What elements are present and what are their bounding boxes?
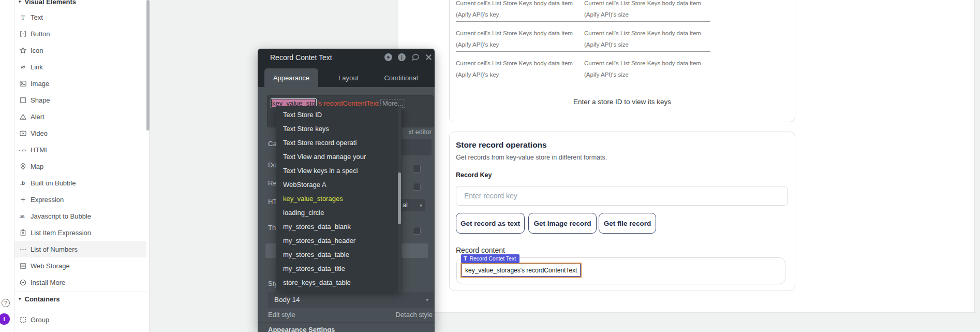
edit-style-link[interactable]: Edit style [268,311,295,319]
sidebar-item-built-on-bubble[interactable]: .b Built on Bubble [14,175,146,191]
field-label-fragment: Ca [268,140,277,148]
sidebar-item-video[interactable]: Video [14,125,146,141]
panel-header[interactable]: Record Contet Text i [258,49,435,66]
card-title: Store record operations [456,140,547,150]
plus-icon [19,195,27,204]
tab-layout[interactable]: Layout [334,68,363,87]
star-icon [19,46,27,54]
dropdown-scrollbar-thumb[interactable] [398,172,401,224]
chevron-down-icon: ▾ [19,296,21,301]
get-image-record-button[interactable]: Get image record [528,213,597,234]
tab-conditional[interactable]: Conditional [380,68,422,87]
panel-title: Record Contet Text [270,53,332,62]
chevron-down-icon: ▾ [420,203,422,208]
sidebar-item-label: Link [31,63,43,71]
dropdown-item[interactable]: Text Store record operati [276,136,402,150]
html-tag-select[interactable]: al ▾ [399,199,425,211]
table-cell-key: Current cell's List Store Keys body data… [456,57,580,80]
table-cell-key: Current cell's List Store Keys body data… [456,0,580,20]
sidebar-item-group[interactable]: Group [14,311,146,328]
dropdown-item[interactable]: my_stores_data_blank [276,220,402,234]
sidebar-item-label: Map [31,163,43,170]
dropdown-item[interactable]: my_stores_data_title [276,262,402,276]
style-select[interactable]: Body 14 ▾ [268,292,434,308]
bubble-icon: .b [19,179,27,187]
sidebar-item-alert[interactable]: Alert [14,108,146,125]
sidebar-item-button[interactable]: Button [14,25,146,42]
shape-icon [19,96,27,104]
sidebar-item-expression[interactable]: Expression [14,191,146,208]
table-cell-size: Current cell's List Store Keys body data… [584,0,708,20]
store-record-operations-card: Store record operations Get records from… [449,132,795,291]
dropdown-item[interactable]: WebStorage A [276,178,402,192]
sidebar-item-map[interactable]: Map [14,158,146,175]
dropdown-item-highlighted[interactable]: key_value_storages [276,192,402,206]
dropdown-item[interactable]: my_stores_data_table [276,248,402,262]
sidebar-scrollbar[interactable] [146,0,150,131]
dropdown-item[interactable]: store_keys_data_table [276,276,402,290]
text-icon: T [19,13,27,21]
help-icon[interactable]: ? [2,299,10,307]
dropdown-item[interactable]: Text Store ID [276,108,402,122]
sidebar-item-javascript-to-bubble[interactable]: JS Javascript to Bubble [14,208,146,224]
info-icon[interactable]: i [397,53,407,62]
appearance-settings-header: Appearance Settings [268,326,335,332]
dots-icon [19,245,27,253]
dropdown-item[interactable]: Text Store keys [276,122,402,136]
section-label: Containers [25,295,60,303]
dropdown-item[interactable]: Text View and manage your [276,150,402,164]
dropdown-item[interactable]: Text View keys in a speci [276,164,402,178]
rich-text-editor-link[interactable]: xt editor [409,128,432,136]
storage-icon [19,262,27,270]
get-record-as-text-button[interactable]: Get record as text [456,213,525,234]
sidebar-item-list-of-numbers[interactable]: List of Numbers [14,241,146,257]
card-subtitle: Get records from key-value store in diff… [456,154,607,161]
sidebar-divider [14,292,150,292]
checkbox[interactable] [413,227,421,235]
map-pin-icon [19,162,27,170]
sidebar-item-web-storage[interactable]: Web Storage [14,257,146,274]
sidebar-item-text[interactable]: T Text [14,9,146,25]
chevron-down-icon: ▾ [426,297,428,302]
section-header-containers[interactable]: ▾ Containers [19,294,60,304]
checkbox[interactable] [413,165,421,172]
html-icon: </> [19,146,27,154]
record-key-input[interactable] [456,186,788,206]
sidebar-item-list-item-expression[interactable]: List Item Expression [14,224,146,241]
dropdown-item[interactable]: loading_circle [276,206,402,220]
preview-play-icon[interactable] [384,53,393,62]
sidebar-item-label: Expression [31,196,64,204]
sidebar-item-html[interactable]: </> HTML [14,141,146,158]
bubble-editor: Current cell's List Store Keys body data… [0,0,980,332]
detach-style-link[interactable]: Detach style [395,311,433,319]
selected-element-badge-label: Record Contet Text [469,255,516,262]
get-file-record-button[interactable]: Get file record [599,213,656,234]
intercom-messenger-icon[interactable]: I [0,313,10,325]
svg-text:JS: JS [19,214,24,219]
sidebar-item-shape[interactable]: Shape [14,92,146,108]
sidebar-item-repeating-group[interactable]: Repeating Group [14,328,146,332]
svg-text:.b: .b [20,180,24,186]
checkbox[interactable] [413,183,421,191]
tab-appearance[interactable]: Appearance [264,68,318,87]
sidebar-item-icon[interactable]: Icon [14,42,146,59]
design-canvas-page: Current cell's List Store Keys body data… [398,0,975,313]
comment-icon[interactable] [411,53,421,62]
install-more-icon [19,278,27,286]
section-header-visual-elements[interactable]: ▾ Visual Elements [19,0,76,6]
sidebar-item-label: Built on Bubble [31,179,76,187]
clipboard-icon [19,228,27,237]
sidebar-item-label: Web Storage [31,262,70,270]
sidebar-item-label: Icon [31,47,43,54]
sidebar-item-image[interactable]: Image [14,75,146,92]
dropdown-item[interactable]: my_stores_data_header [276,234,402,248]
sidebar-item-link[interactable]: Link [14,59,146,75]
close-icon[interactable] [424,53,434,62]
sidebar-item-install-more[interactable]: Install More [14,274,146,291]
selected-text-element[interactable]: key_value_storages's recordContentText [462,264,581,277]
sidebar-item-label: List Item Expression [31,229,91,237]
table-cell-key: Current cell's List Store Keys body data… [456,27,580,50]
select-value: al [403,201,408,209]
table-cell-size: Current cell's List Store Keys body data… [584,27,708,50]
field-label-fragment: HT [268,198,277,206]
